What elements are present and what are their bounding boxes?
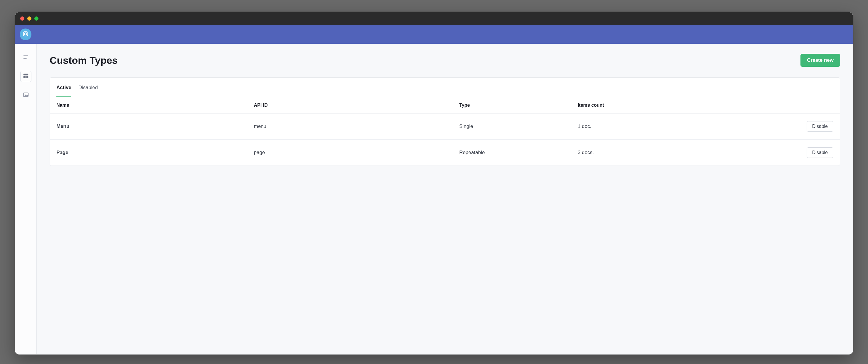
lines-icon xyxy=(23,54,29,61)
cell-api-id: page xyxy=(248,140,453,166)
table-row[interactable]: Menu menu Single 1 doc. Disable xyxy=(50,113,840,140)
app-body: Custom Types Create new Active Disabled … xyxy=(15,44,853,354)
svg-rect-7 xyxy=(26,76,28,78)
layout-icon xyxy=(23,73,29,80)
sidebar-item-custom-types[interactable] xyxy=(20,71,31,82)
maximize-window-button[interactable] xyxy=(34,17,38,21)
sidebar-item-media[interactable] xyxy=(20,90,31,101)
titlebar xyxy=(15,12,853,25)
table-row[interactable]: Page page Repeatable 3 docs. Disable xyxy=(50,140,840,166)
sidebar xyxy=(15,44,37,354)
disable-button[interactable]: Disable xyxy=(807,147,833,158)
sidebar-item-documents[interactable] xyxy=(20,52,31,63)
cell-items-count: 3 docs. xyxy=(571,140,729,166)
app-window: Custom Types Create new Active Disabled … xyxy=(15,12,853,355)
col-header-name: Name xyxy=(50,97,248,113)
topbar xyxy=(15,25,853,44)
image-icon xyxy=(23,91,29,99)
page-title: Custom Types xyxy=(50,55,118,66)
svg-rect-6 xyxy=(23,76,25,78)
col-header-actions xyxy=(729,97,840,113)
col-header-items-count: Items count xyxy=(571,97,729,113)
svg-rect-5 xyxy=(23,74,28,75)
app-logo[interactable] xyxy=(20,29,31,40)
cell-type: Single xyxy=(453,113,571,140)
logo-icon xyxy=(22,31,29,38)
col-header-type: Type xyxy=(453,97,571,113)
table-header-row: Name API ID Type Items count xyxy=(50,97,840,113)
cell-api-id: menu xyxy=(248,113,453,140)
svg-rect-1 xyxy=(24,33,26,35)
types-table: Name API ID Type Items count Menu menu xyxy=(50,97,840,166)
main-content: Custom Types Create new Active Disabled … xyxy=(37,44,853,354)
cell-type: Repeatable xyxy=(453,140,571,166)
page-header: Custom Types Create new xyxy=(50,54,840,67)
cell-name: Page xyxy=(50,140,248,166)
svg-point-9 xyxy=(24,94,25,95)
cell-items-count: 1 doc. xyxy=(571,113,729,140)
tab-active[interactable]: Active xyxy=(56,85,71,97)
cell-name: Menu xyxy=(50,113,248,140)
tabs: Active Disabled xyxy=(50,78,840,97)
tab-disabled[interactable]: Disabled xyxy=(79,85,98,97)
app: Custom Types Create new Active Disabled … xyxy=(15,25,853,354)
cell-actions: Disable xyxy=(729,140,840,166)
close-window-button[interactable] xyxy=(20,17,24,21)
disable-button[interactable]: Disable xyxy=(807,121,833,132)
create-new-button[interactable]: Create new xyxy=(801,54,840,67)
types-card: Active Disabled Name API ID Type Items c… xyxy=(50,77,840,166)
cell-actions: Disable xyxy=(729,113,840,140)
svg-rect-0 xyxy=(24,32,28,36)
minimize-window-button[interactable] xyxy=(27,17,31,21)
col-header-api-id: API ID xyxy=(248,97,453,113)
